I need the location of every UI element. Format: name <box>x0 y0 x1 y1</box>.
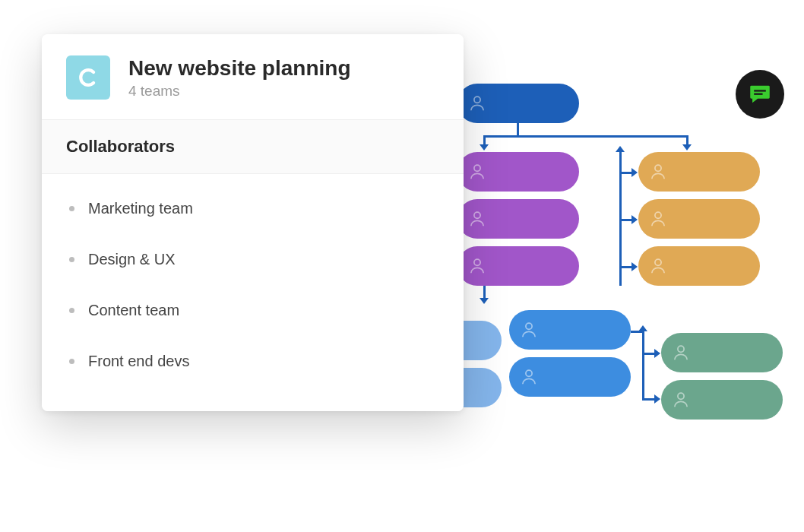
svg-point-10 <box>678 393 684 399</box>
svg-point-2 <box>474 212 480 218</box>
chat-icon <box>747 81 773 107</box>
svg-point-4 <box>655 165 661 171</box>
chat-button[interactable] <box>736 70 784 119</box>
diagram-node <box>457 246 579 286</box>
collaborator-item[interactable]: Content team <box>42 285 464 336</box>
diagram-node <box>661 333 783 372</box>
collaborator-item[interactable]: Design & UX <box>42 234 464 285</box>
diagram-node <box>509 310 631 350</box>
collaborators-header: Collaborators <box>42 119 464 174</box>
svg-point-1 <box>474 165 480 171</box>
diagram-node <box>638 152 760 192</box>
diagram-node <box>457 199 579 239</box>
card-logo <box>66 55 110 100</box>
collaborator-label: Marketing team <box>88 200 193 217</box>
diagram-node <box>638 246 760 286</box>
bullet-icon <box>69 308 74 313</box>
diagram-node <box>509 357 631 397</box>
svg-rect-11 <box>754 90 766 91</box>
card-title: New website planning <box>128 55 350 81</box>
bullet-icon <box>69 359 74 364</box>
svg-rect-12 <box>754 93 762 95</box>
diagram-node <box>457 84 579 123</box>
diagram-node <box>638 199 760 239</box>
bullet-icon <box>69 206 74 211</box>
card-header: New website planning 4 teams <box>42 34 464 119</box>
bullet-icon <box>69 257 74 262</box>
collaborator-label: Design & UX <box>88 251 176 268</box>
svg-point-3 <box>474 259 480 265</box>
svg-point-9 <box>678 346 684 352</box>
planning-card: New website planning 4 teams Collaborato… <box>42 34 464 411</box>
card-subtitle: 4 teams <box>128 83 350 100</box>
svg-point-5 <box>655 212 661 218</box>
svg-point-6 <box>655 259 661 265</box>
diagram-node <box>661 380 783 420</box>
svg-point-0 <box>474 97 480 103</box>
collaborator-label: Content team <box>88 302 179 319</box>
collaborator-label: Front end devs <box>88 353 189 370</box>
svg-point-8 <box>526 370 532 376</box>
collaborators-list: Marketing team Design & UX Content team … <box>42 174 464 411</box>
collaborator-item[interactable]: Front end devs <box>42 336 464 387</box>
diagram-node <box>457 152 579 192</box>
svg-point-7 <box>526 323 532 329</box>
collaborator-item[interactable]: Marketing team <box>42 183 464 234</box>
